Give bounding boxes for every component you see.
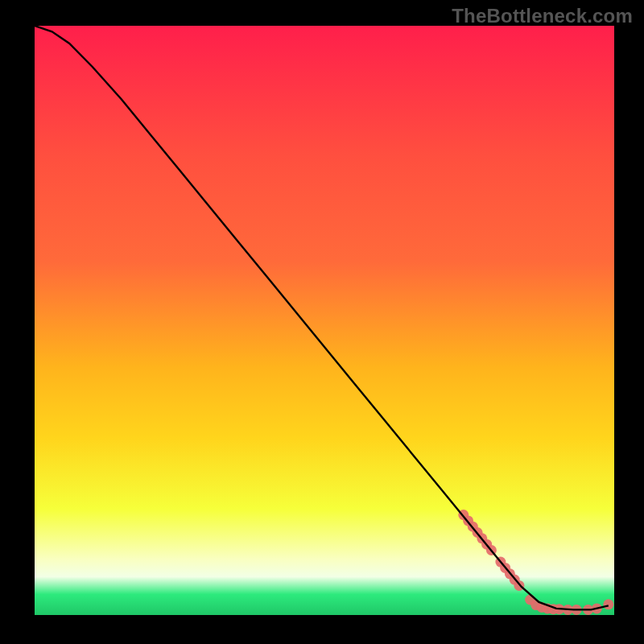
watermark-text: TheBottleneck.com — [452, 5, 633, 27]
plot-area — [35, 26, 614, 615]
chart-svg — [35, 26, 614, 615]
data-point — [603, 599, 613, 609]
chart-stage: TheBottleneck.com — [0, 0, 644, 644]
data-point — [514, 580, 524, 591]
gradient-background — [35, 26, 614, 615]
